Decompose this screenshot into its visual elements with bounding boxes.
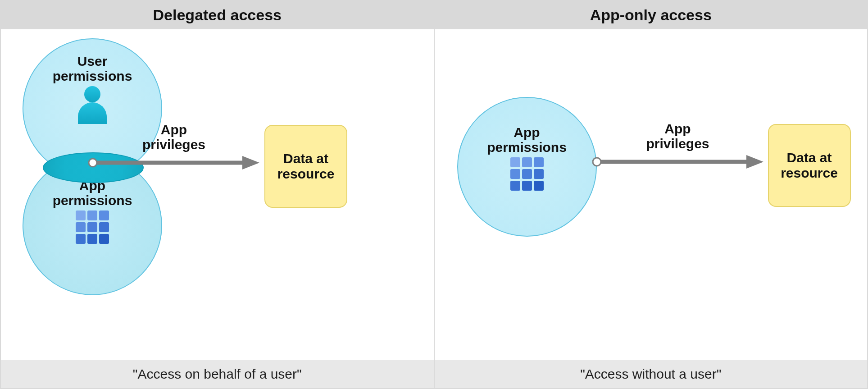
delegated-panel-body: User permissions App permissions App pri… [1,29,434,360]
app-grid-icon [510,157,544,191]
data-at-resource-box-apponly: Data at resource [768,124,851,207]
app-permissions-label-apponly: App permissions [487,125,567,155]
app-privileges-arrow-apponly: App privileges [592,121,763,169]
delegated-panel: Delegated access User permissions App pe… [1,1,435,388]
apponly-panel-title: App-only access [435,1,868,29]
delegated-panel-caption: "Access on behalf of a user" [1,360,434,388]
svg-point-5 [593,158,601,166]
app-privileges-arrow-delegated: App privileges [88,122,259,170]
app-grid-icon [76,211,109,244]
data-at-resource-label-apponly: Data at resource [781,150,838,181]
app-permissions-circle-apponly: App permissions [457,97,597,237]
data-at-resource-label-delegated: Data at resource [277,151,335,182]
user-icon [78,86,107,124]
delegated-panel-title: Delegated access [1,1,434,29]
svg-point-2 [89,159,97,167]
svg-marker-1 [242,156,259,169]
svg-marker-4 [746,155,763,169]
apponly-panel-caption: "Access without a user" [435,360,868,388]
diagram-container: Delegated access User permissions App pe… [0,0,868,389]
apponly-panel-body: App permissions App privileges Data at [435,29,868,360]
app-privileges-label-apponly: App privileges [646,121,709,151]
apponly-panel: App-only access App permissions App priv… [435,1,868,388]
data-at-resource-box-delegated: Data at resource [264,125,347,208]
app-privileges-label-delegated: App privileges [142,122,205,152]
user-permissions-label: User permissions [53,54,132,83]
